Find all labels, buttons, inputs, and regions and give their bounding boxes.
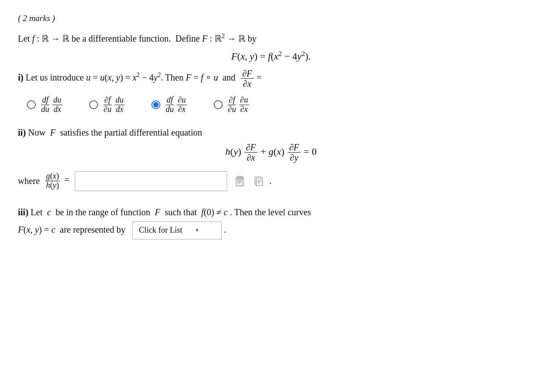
intro-line1: Let f : ℝ → ℝ be a differentiable functi… [18, 31, 524, 45]
option-1-label: df du du dx [40, 96, 62, 114]
dropdown-label: Click for List [139, 223, 182, 237]
option-3[interactable]: df du ∂u ∂x [151, 96, 187, 114]
where-line: where g(x) h(y) = . [18, 171, 524, 191]
paste-icon[interactable] [234, 175, 246, 188]
copy-icon[interactable] [252, 175, 264, 188]
option-1[interactable]: df du du dx [27, 96, 62, 114]
svg-rect-1 [237, 176, 243, 179]
centered-formula: F(x, y) = f(x2 − 4y2). [18, 50, 524, 62]
radio-3[interactable] [151, 100, 160, 109]
options-row: df du du dx ∂f ∂u du dx df [27, 96, 524, 114]
marks-label: ( 2 marks ) [18, 13, 524, 23]
option-3-label: df du ∂u ∂x [165, 96, 187, 114]
option-4[interactable]: ∂f ∂u ∂u ∂x [214, 96, 249, 114]
dropdown-select[interactable]: Click for List ▾ [132, 222, 222, 239]
radio-2[interactable] [89, 100, 98, 109]
dropdown-arrow-icon: ▾ [196, 226, 198, 234]
where-label: where [18, 176, 40, 186]
ratio-input[interactable] [75, 171, 227, 191]
ratio-label: g(x) h(y) = [45, 172, 69, 190]
where-period: . [269, 176, 271, 186]
option-2[interactable]: ∂f ∂u du dx [89, 96, 125, 114]
radio-1[interactable] [27, 100, 36, 109]
part-iii-period: . [224, 224, 226, 234]
option-2-label: ∂f ∂u du dx [103, 96, 125, 114]
part-ii-line: ii) Now F satisfies the partial differen… [18, 128, 524, 138]
option-4-label: ∂f ∂u ∂u ∂x [227, 96, 249, 114]
radio-4[interactable] [214, 100, 223, 109]
pde-formula: h(y) ∂F ∂x + g(x) ∂F ∂y = 0 [18, 142, 524, 162]
part-i-line: i) Let us introduce u = u(x, y) = x2 − 4… [18, 68, 524, 89]
part-iii-block: iii) Let c be in the range of function F… [18, 205, 524, 239]
